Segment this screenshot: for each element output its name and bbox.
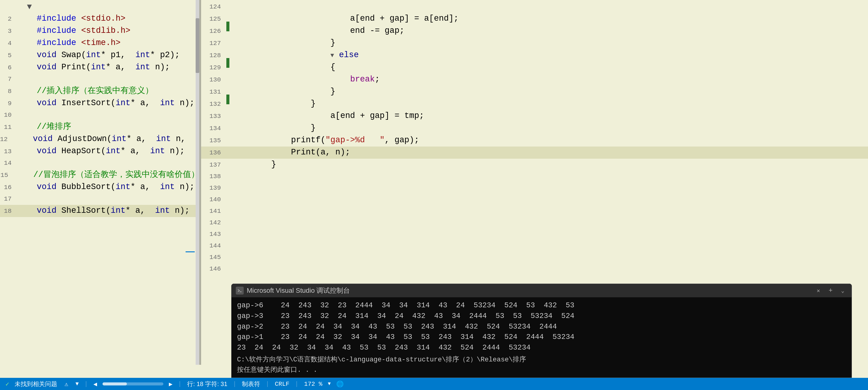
- status-row-col: 行: 18 字符: 31: [187, 380, 227, 388]
- status-separator-1: |: [84, 381, 88, 388]
- right-code-line: 125 a[end + gap] = a[end];: [201, 13, 868, 25]
- status-separator-2: |: [178, 381, 182, 388]
- code-line: 16 void BubbleSort(int* a, int n);: [0, 181, 199, 193]
- right-line-content: }: [229, 37, 335, 48]
- left-code-area: ▼ 2 #include <stdio.h> 3 #include <stdli…: [0, 0, 199, 217]
- terminal-output-line1: gap->6 24 243 32 23 2444 34 34 314 43 24…: [237, 300, 846, 311]
- status-check-icon: ✓: [5, 380, 9, 388]
- line-number: 2: [0, 13, 14, 25]
- cursor-indicator: [186, 251, 195, 252]
- terminal-titlebar: Microsoft Visual Studio 调试控制台 ✕ + ⌄: [231, 284, 851, 297]
- green-marker: [226, 22, 229, 31]
- right-code-line: 134 }: [201, 122, 868, 134]
- status-bar: ✓ 未找到相关问题 ⚠ ▼ | ◀ ▶ | 行: 18 字符: 31 | 制表符…: [0, 378, 868, 390]
- right-line-number: 139: [201, 183, 224, 194]
- right-line-number: 136: [201, 147, 224, 159]
- right-line-number: 129: [201, 62, 224, 73]
- right-line-content: }: [229, 86, 335, 97]
- right-line-content: Print(a, n);: [229, 147, 350, 158]
- line-content: //堆排序: [14, 121, 71, 133]
- right-code-line: 129 {: [201, 61, 868, 73]
- code-line: 3 #include <stdlib.h>: [0, 25, 199, 37]
- terminal-output-line2: gap->3 23 243 32 24 314 34 24 432 43 34 …: [237, 311, 846, 322]
- code-line: 7: [0, 73, 199, 85]
- right-code-line: 135 printf("gap->%d ", gap);: [201, 134, 868, 147]
- left-scrollbar-thumb[interactable]: [196, 18, 199, 73]
- right-line-number: 143: [201, 229, 224, 240]
- code-line: 4 #include <time.h>: [0, 37, 199, 49]
- right-code-line: 124: [201, 1, 868, 13]
- right-code-line: 127 }: [201, 37, 868, 49]
- line-number: 7: [0, 73, 14, 85]
- code-line: 10: [0, 109, 199, 121]
- green-marker: [226, 95, 229, 104]
- terminal-output-line4: gap->1 23 24 24 32 34 34 43 53 53 243 31…: [237, 332, 846, 343]
- line-number: 12: [0, 134, 11, 145]
- line-content: void ShellSort(int* a, int n);: [14, 205, 190, 217]
- line-content: ▼: [14, 1, 32, 13]
- right-code-line-active: 136 Print(a, n);: [201, 147, 868, 159]
- terminal-close-button[interactable]: ✕: [814, 286, 823, 295]
- code-line: 15 //冒泡排序（适合教学，实践中没有啥价值）: [0, 169, 199, 181]
- right-line-content: printf("gap->%d ", gap);: [229, 134, 419, 146]
- right-line-number: 131: [201, 86, 224, 98]
- right-line-number: 141: [201, 205, 224, 217]
- left-scrollbar[interactable]: [196, 0, 199, 365]
- code-line-active: 18 void ShellSort(int* a, int n);: [0, 205, 199, 217]
- right-line-content: end -= gap;: [229, 25, 404, 36]
- right-line-number: 130: [201, 74, 224, 86]
- line-content: void BubbleSort(int* a, int n);: [14, 181, 194, 193]
- line-number: 16: [0, 182, 14, 193]
- status-scrollbar-track[interactable]: [102, 382, 163, 385]
- status-zoom: 172 %: [304, 381, 322, 388]
- line-number: 3: [0, 26, 14, 37]
- line-number: 9: [0, 98, 14, 109]
- line-content: #include <time.h>: [14, 37, 121, 48]
- line-content: void Swap(int* p1, int* p2);: [14, 49, 180, 61]
- line-number: 14: [0, 158, 14, 169]
- right-line-number: 137: [201, 159, 224, 171]
- right-line-content: {: [229, 61, 335, 73]
- line-content: #include <stdlib.h>: [14, 25, 130, 36]
- right-code-area: 124 125 a[end + gap] = a[end]; 126: [201, 0, 868, 275]
- line-number: 6: [0, 62, 14, 73]
- right-code-line: 143: [201, 229, 868, 240]
- line-number: 13: [0, 146, 14, 158]
- right-line-content: a[end + gap] = a[end];: [229, 13, 459, 24]
- right-line-content: a[end + gap] = tmp;: [229, 110, 424, 122]
- right-line-number: 128: [201, 50, 224, 61]
- code-line: 11 //堆排序: [0, 121, 199, 133]
- right-line-content: break;: [229, 73, 380, 85]
- terminal-icon: [236, 287, 244, 295]
- terminal-output-line5: 23 24 24 32 34 34 43 53 53 243 314 432 5…: [237, 343, 846, 353]
- right-code-line: 133 a[end + gap] = tmp;: [201, 110, 868, 122]
- status-tab-label: 制表符: [242, 380, 260, 388]
- status-lang-icon[interactable]: 🌐: [336, 380, 344, 388]
- right-line-number: 138: [201, 171, 224, 183]
- line-content: //插入排序（在实践中有意义）: [14, 85, 153, 97]
- line-number: 18: [0, 205, 14, 217]
- right-code-line: 146: [201, 263, 868, 275]
- right-line-content: ▼ else: [229, 49, 359, 61]
- terminal-press-key: 按任意键关闭此窗口. . .: [237, 365, 846, 375]
- status-separator-4: |: [266, 381, 269, 388]
- right-line-content: }: [229, 159, 276, 170]
- right-line-number: 144: [201, 240, 224, 252]
- code-line: ▼: [0, 1, 199, 13]
- terminal-dropdown-button[interactable]: ⌄: [838, 286, 847, 295]
- terminal-plus-button[interactable]: +: [826, 286, 835, 295]
- status-nav-left[interactable]: ◀: [93, 380, 97, 388]
- right-code-line: 141: [201, 205, 868, 217]
- status-dropdown-arrow[interactable]: ▼: [328, 381, 331, 387]
- right-line-number: 134: [201, 123, 224, 134]
- status-nav-right[interactable]: ▶: [169, 380, 173, 388]
- line-content: void InsertSort(int* a, int n);: [14, 97, 194, 109]
- right-line-number: 146: [201, 263, 224, 275]
- right-line-number: 140: [201, 194, 224, 205]
- green-marker: [226, 58, 229, 68]
- right-code-line: 140: [201, 194, 868, 205]
- code-line: 17: [0, 193, 199, 205]
- status-separator-5: |: [295, 381, 299, 388]
- terminal-body: gap->6 24 243 32 23 2444 34 34 314 43 24…: [231, 297, 851, 378]
- right-line-content: }: [229, 98, 315, 109]
